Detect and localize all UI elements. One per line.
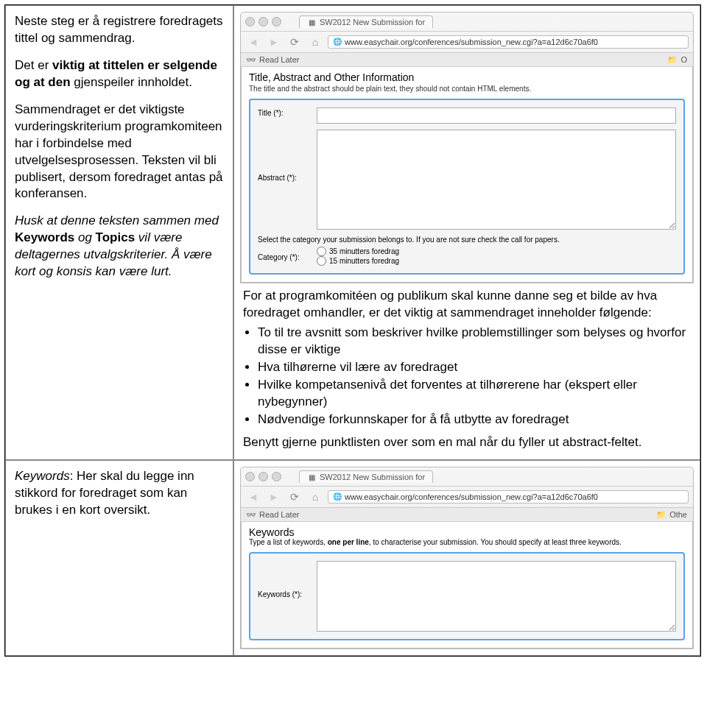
traffic-lights <box>245 472 281 481</box>
title-label: Title (*): <box>258 107 317 117</box>
reload-button[interactable]: ⟳ <box>286 490 303 504</box>
zoom-icon[interactable] <box>272 472 281 481</box>
glasses-icon: 👓 <box>247 55 256 64</box>
title-input[interactable] <box>317 107 676 124</box>
section-title: Title, Abstract and Other Information <box>249 71 685 83</box>
category-label: Category (*): <box>258 252 317 261</box>
section-subtitle: The title and the abstract should be pla… <box>249 85 685 93</box>
close-icon[interactable] <box>245 472 255 481</box>
minimize-icon[interactable] <box>258 472 268 481</box>
forward-button[interactable]: ► <box>266 490 282 504</box>
bullet-item: To til tre avsnitt som beskriver hvilke … <box>258 325 691 358</box>
globe-icon: 🌐 <box>333 38 342 46</box>
left-panel-2: Keywords: Her skal du legge inn stikkord… <box>5 460 233 656</box>
left-panel-1: Neste steg er å registrere foredragets t… <box>5 5 233 460</box>
explain-intro: For at programkomitéen og publikum skal … <box>243 288 691 322</box>
url-bar[interactable]: 🌐 www.easychair.org/conferences/submissi… <box>328 490 689 503</box>
folder-icon: 📁 <box>668 55 677 64</box>
category-option-2[interactable]: 15 minutters foredrag <box>317 256 399 266</box>
keywords-textarea[interactable] <box>317 561 676 632</box>
option-label: 35 minutters foredrag <box>329 247 399 255</box>
keywords-note: Type a list of keywords, one per line, t… <box>249 538 685 546</box>
url-text: www.easychair.org/conferences/submission… <box>345 492 598 501</box>
browser-toolbar: ◄ ► ⟳ ⌂ 🌐 www.easychair.org/conferences/… <box>241 487 693 508</box>
page-container: Neste steg er å registrere foredragets t… <box>4 4 701 657</box>
option-label: 15 minutters foredrag <box>329 257 399 265</box>
browser-tab[interactable]: ▦ SW2012 New Submission for <box>299 470 433 483</box>
tab-title: SW2012 New Submission for <box>320 18 425 26</box>
explain-outro: Benytt gjerne punktlisten over som en ma… <box>243 434 691 451</box>
bookmark-bar: 👓 Read Later 📁 Othe <box>241 508 693 522</box>
bullet-item: Nødvendige forkunnskaper for å få utbytt… <box>258 411 691 428</box>
url-bar[interactable]: 🌐 www.easychair.org/conferences/submissi… <box>328 35 689 49</box>
summary-advice-paragraph: Sammendraget er det viktigste vurderings… <box>15 102 224 203</box>
back-button[interactable]: ◄ <box>245 490 261 504</box>
window-titlebar: ▦ SW2012 New Submission for <box>241 13 693 32</box>
url-text: www.easychair.org/conferences/submission… <box>345 38 598 46</box>
explanation-block: For at programkomitéen og publikum skal … <box>240 283 694 453</box>
folder-icon: 📁 <box>657 510 666 519</box>
glasses-icon: 👓 <box>247 510 256 519</box>
back-button[interactable]: ◄ <box>245 35 261 49</box>
bullet-item: Hvilke kompetansenivå det forventes at t… <box>258 377 691 411</box>
bookmark-folder[interactable]: Othe <box>669 510 687 519</box>
abstract-textarea[interactable] <box>317 130 676 230</box>
favicon-icon: ▦ <box>307 473 316 481</box>
right-panel-2: ▦ SW2012 New Submission for ◄ ► ⟳ ⌂ 🌐 ww… <box>233 460 700 656</box>
browser-window-1: ▦ SW2012 New Submission for ◄ ► ⟳ ⌂ 🌐 ww… <box>240 12 694 283</box>
browser-tab[interactable]: ▦ SW2012 New Submission for <box>299 15 433 28</box>
keywords-note-paragraph: Husk at denne teksten sammen med Keyword… <box>15 213 224 280</box>
radio-icon <box>317 256 326 266</box>
browser-window-2: ▦ SW2012 New Submission for ◄ ► ⟳ ⌂ 🌐 ww… <box>240 467 694 649</box>
page-content-2: Keywords Type a list of keywords, one pe… <box>241 522 693 649</box>
keywords-label: Keywords (*): <box>258 561 317 598</box>
globe-icon: 🌐 <box>333 492 342 501</box>
read-later-link[interactable]: Read Later <box>259 55 299 64</box>
favicon-icon: ▦ <box>307 18 316 26</box>
intro-paragraph: Neste steg er å registrere foredragets t… <box>15 13 224 47</box>
page-content-1: Title, Abstract and Other Information Th… <box>241 67 693 283</box>
minimize-icon[interactable] <box>258 17 268 26</box>
home-button[interactable]: ⌂ <box>307 35 323 49</box>
bookmark-folder[interactable]: O <box>680 55 687 64</box>
title-advice-paragraph: Det er viktig at tittelen er selgende og… <box>15 57 224 91</box>
home-button[interactable]: ⌂ <box>307 490 323 504</box>
forward-button[interactable]: ► <box>266 35 282 49</box>
abstract-label: Abstract (*): <box>258 130 317 182</box>
keywords-instruction: Keywords: Her skal du legge inn stikkord… <box>15 468 224 519</box>
form-box-keywords: Keywords (*): <box>249 552 685 640</box>
window-titlebar: ▦ SW2012 New Submission for <box>241 467 693 487</box>
radio-icon <box>317 247 326 256</box>
browser-toolbar: ◄ ► ⟳ ⌂ 🌐 www.easychair.org/conferences/… <box>241 32 693 53</box>
zoom-icon[interactable] <box>272 17 281 26</box>
traffic-lights <box>245 17 281 26</box>
category-note: Select the category your submission belo… <box>258 236 676 244</box>
bookmark-bar: 👓 Read Later 📁 O <box>241 53 693 67</box>
form-box-title-abstract: Title (*): Abstract (*): Select the cate… <box>249 99 685 275</box>
keywords-section-title: Keywords <box>249 526 685 538</box>
close-icon[interactable] <box>245 17 255 26</box>
reload-button[interactable]: ⟳ <box>286 35 303 49</box>
bullet-item: Hva tilhørerne vil lære av foredraget <box>258 359 691 376</box>
explain-bullets: To til tre avsnitt som beskriver hvilke … <box>243 325 691 428</box>
tab-title: SW2012 New Submission for <box>320 473 425 481</box>
read-later-link[interactable]: Read Later <box>259 510 299 519</box>
right-panel-1: ▦ SW2012 New Submission for ◄ ► ⟳ ⌂ 🌐 ww… <box>233 5 700 460</box>
category-option-1[interactable]: 35 minutters foredrag <box>317 247 399 256</box>
